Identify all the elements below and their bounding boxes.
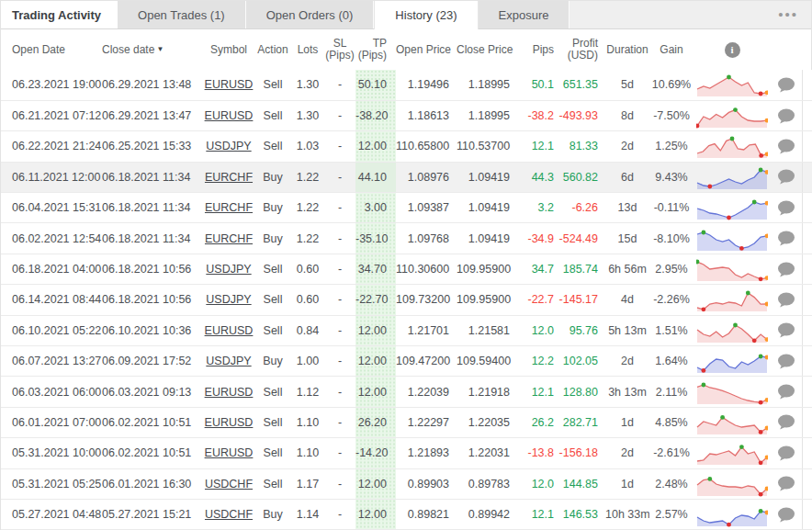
comment-icon[interactable] <box>777 262 795 277</box>
more-options-icon[interactable]: ••• <box>778 10 798 19</box>
cell-lots: 1.03 <box>291 131 324 162</box>
symbol-link[interactable]: EURUSD <box>205 386 254 399</box>
column-header-pips[interactable]: Pips <box>517 29 554 70</box>
table-row[interactable]: 06.22.2021 21:2406.25.2021 15:33USDJPYSe… <box>1 131 812 162</box>
cell-symbol: USDJPY <box>203 346 254 377</box>
cell-comment[interactable] <box>771 193 802 223</box>
table-row[interactable]: 06.11.2021 12:0006.18.2021 11:34EURCHFBu… <box>1 162 812 192</box>
cell-lots: 0.60 <box>291 285 324 315</box>
comment-icon[interactable] <box>777 77 795 93</box>
tab-open-trades[interactable]: Open Trades (1) <box>118 1 246 28</box>
symbol-link[interactable]: USDJPY <box>206 293 251 306</box>
tab-open-orders[interactable]: Open Orders (0) <box>246 1 375 28</box>
cell-comment[interactable] <box>771 70 802 100</box>
cell-close-date: 06.25.2021 15:33 <box>102 131 203 162</box>
cell-comment[interactable] <box>771 254 802 284</box>
cell-close-price: 1.18995 <box>457 70 517 100</box>
comment-icon[interactable] <box>777 384 795 400</box>
comment-icon[interactable] <box>777 322 795 338</box>
comment-icon[interactable] <box>777 108 795 124</box>
table-row[interactable]: 06.23.2021 19:0006.29.2021 13:48EURUSDSe… <box>1 70 812 100</box>
comment-icon[interactable] <box>777 292 795 308</box>
column-header-gain[interactable]: Gain <box>649 29 694 70</box>
cell-close-price: 109.95900 <box>457 254 517 284</box>
table-row[interactable]: 06.10.2021 05:2206.10.2021 10:36EURUSDSe… <box>1 315 812 345</box>
cell-sl-pips: - <box>324 407 355 437</box>
comment-icon[interactable] <box>777 414 795 430</box>
symbol-link[interactable]: USDCHF <box>205 478 253 491</box>
cell-edge <box>802 131 812 162</box>
cell-comment[interactable] <box>771 407 802 437</box>
column-header-lots[interactable]: Lots <box>291 29 324 70</box>
column-header-symbol[interactable]: Symbol <box>203 29 254 70</box>
cell-comment[interactable] <box>771 346 802 377</box>
cell-lots: 1.22 <box>291 193 324 223</box>
table-row[interactable]: 05.31.2021 05:2506.01.2021 16:30USDCHFSe… <box>1 468 812 499</box>
table-row[interactable]: 06.02.2021 12:5406.18.2021 11:34EURCHFBu… <box>1 223 812 254</box>
cell-comment[interactable] <box>771 438 802 468</box>
symbol-link[interactable]: EURUSD <box>205 446 254 459</box>
column-header-duration[interactable]: Duration <box>605 29 649 70</box>
comment-icon[interactable] <box>777 445 795 461</box>
symbol-link[interactable]: USDJPY <box>206 140 251 152</box>
cell-open-date: 06.22.2021 21:24 <box>1 131 102 162</box>
cell-comment[interactable] <box>771 377 802 407</box>
column-header-sl[interactable]: SL(Pips) <box>324 29 355 70</box>
column-header-tp[interactable]: TP(Pips) <box>355 29 396 70</box>
cell-comment[interactable] <box>771 223 802 254</box>
column-header-chart[interactable]: i <box>694 29 771 70</box>
column-header-action[interactable]: Action <box>254 29 291 70</box>
cell-comment[interactable] <box>771 100 802 130</box>
comment-icon[interactable] <box>777 507 795 523</box>
comment-icon[interactable] <box>777 169 795 185</box>
cell-close-price: 110.53700 <box>457 131 517 162</box>
cell-comment[interactable] <box>771 315 802 345</box>
comment-icon[interactable] <box>777 231 795 246</box>
table-row[interactable]: 05.27.2021 04:4805.27.2021 15:21USDCHFBu… <box>1 499 812 529</box>
comment-icon[interactable] <box>777 354 795 369</box>
table-row[interactable]: 06.21.2021 07:1206.29.2021 13:47EURUSDSe… <box>1 100 812 130</box>
tab-exposure[interactable]: Exposure <box>479 1 570 28</box>
table-row[interactable]: 06.03.2021 06:0006.03.2021 09:13EURUSDSe… <box>1 377 812 407</box>
cell-symbol: EURUSD <box>203 100 254 130</box>
column-header-profit[interactable]: Profit(USD) <box>554 29 605 70</box>
symbol-link[interactable]: EURUSD <box>205 416 254 429</box>
symbol-link[interactable]: EURUSD <box>205 109 254 122</box>
symbol-link[interactable]: USDJPY <box>206 263 251 276</box>
table-row[interactable]: 05.31.2021 10:0006.02.2021 10:51EURUSDSe… <box>1 438 812 468</box>
symbol-link[interactable]: EURUSD <box>205 78 254 91</box>
table-row[interactable]: 06.01.2021 07:0006.02.2021 10:51EURUSDSe… <box>1 407 812 437</box>
symbol-link[interactable]: EURCHF <box>205 232 253 245</box>
cell-lots: 1.14 <box>291 499 324 529</box>
comment-icon[interactable] <box>777 476 795 491</box>
table-row[interactable]: 06.14.2021 08:4406.18.2021 10:56USDJPYSe… <box>1 285 812 315</box>
comment-icon[interactable] <box>777 200 795 216</box>
column-header-close-date[interactable]: Close date▼ <box>102 29 203 70</box>
table-header: Open DateClose date▼SymbolActionLotsSL(P… <box>1 29 812 70</box>
info-icon[interactable]: i <box>725 42 740 58</box>
cell-pips: 12.0 <box>517 315 554 345</box>
cell-comment[interactable] <box>771 499 802 529</box>
table-row[interactable]: 06.04.2021 15:3106.18.2021 11:34EURCHFBu… <box>1 193 812 223</box>
cell-profit-usd: 95.76 <box>554 315 605 345</box>
table-row[interactable]: 06.07.2021 13:2706.09.2021 17:52USDJPYBu… <box>1 346 812 377</box>
cell-gain: 1.25% <box>649 131 694 162</box>
cell-comment[interactable] <box>771 162 802 192</box>
symbol-link[interactable]: EURCHF <box>205 171 253 184</box>
column-header-comment[interactable] <box>771 29 802 70</box>
column-header-open-date[interactable]: Open Date <box>1 29 102 70</box>
cell-comment[interactable] <box>771 285 802 315</box>
symbol-link[interactable]: USDJPY <box>206 355 251 367</box>
symbol-link[interactable]: USDCHF <box>205 508 253 521</box>
cell-comment[interactable] <box>771 131 802 162</box>
column-header-close-price[interactable]: Close Price <box>457 29 517 70</box>
table-row[interactable]: 06.18.2021 04:0006.18.2021 10:56USDJPYSe… <box>1 254 812 284</box>
symbol-link[interactable]: EURCHF <box>205 201 253 214</box>
comment-icon[interactable] <box>777 139 795 154</box>
tab-history[interactable]: History (23) <box>374 1 478 29</box>
column-header-open-price[interactable]: Open Price <box>396 29 457 70</box>
cell-symbol: EURUSD <box>203 407 254 437</box>
symbol-link[interactable]: EURUSD <box>205 324 254 337</box>
cell-pips: -22.7 <box>517 285 554 315</box>
cell-comment[interactable] <box>771 468 802 499</box>
